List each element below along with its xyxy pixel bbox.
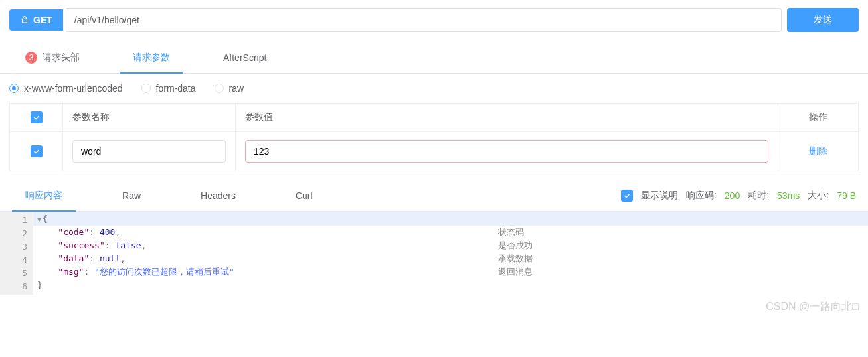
time-value: 53ms	[777, 190, 800, 201]
checkbox-checked-icon	[31, 111, 43, 123]
select-all-cell[interactable]	[10, 104, 63, 131]
tab-label: AfterScript	[223, 52, 266, 63]
checkbox-checked-icon[interactable]	[621, 190, 633, 202]
show-description-label: 显示说明	[641, 190, 678, 202]
tab-response-headers[interactable]: Headers	[187, 181, 249, 210]
time-label: 耗时:	[748, 190, 769, 202]
col-header-value: 参数值	[236, 104, 778, 131]
response-meta: 显示说明 响应码: 200 耗时: 53ms 大小: 79 B	[621, 190, 856, 202]
radio-form-data[interactable]: form-data	[141, 83, 196, 94]
param-name-input[interactable]	[72, 140, 226, 163]
size-label: 大小:	[808, 190, 829, 202]
size-value: 79 B	[837, 190, 856, 201]
radio-urlencoded[interactable]: x-www-form-urlencoded	[9, 83, 123, 94]
body-type-selector: x-www-form-urlencoded form-data raw	[0, 74, 868, 103]
send-button[interactable]: 发送	[787, 8, 859, 32]
radio-icon	[141, 84, 151, 93]
tab-label: 请求头部	[43, 52, 80, 64]
radio-label: x-www-form-urlencoded	[24, 83, 123, 94]
checkbox-checked-icon	[31, 145, 43, 157]
response-body-editor[interactable]: 1 2 3 4 5 6 ▼{ "code": 400, "success": f…	[0, 212, 868, 295]
col-header-name: 参数名称	[63, 104, 236, 131]
status-code-label: 响应码:	[686, 190, 717, 202]
tab-response-content[interactable]: 响应内容	[12, 180, 76, 211]
status-code-value: 200	[725, 190, 740, 201]
method-selector[interactable]: GET	[9, 9, 63, 31]
url-input[interactable]	[66, 8, 782, 32]
description-column: 状态码 是否成功 承载数据 返回消息	[498, 212, 533, 279]
headers-count-badge: 3	[25, 52, 37, 64]
params-table: 参数名称 参数值 操作 删除	[9, 103, 859, 171]
watermark-text: CSDN @一路向北□	[766, 300, 859, 314]
fold-icon[interactable]: ▼	[37, 216, 41, 223]
code-lines: ▼{ "code": 400, "success": false, "data"…	[33, 212, 868, 295]
table-row: 删除	[10, 132, 858, 171]
tab-request-params[interactable]: 请求参数	[120, 42, 183, 73]
response-tabs: 响应内容 Raw Headers Curl 显示说明 响应码: 200 耗时: …	[0, 180, 868, 212]
tab-request-headers[interactable]: 3 请求头部	[12, 42, 93, 73]
line-gutter: 1 2 3 4 5 6	[0, 212, 33, 295]
radio-icon	[9, 84, 19, 93]
request-bar: GET 发送	[0, 0, 868, 42]
delete-row-button[interactable]: 删除	[809, 145, 827, 157]
radio-label: raw	[229, 83, 244, 94]
tab-afterscript[interactable]: AfterScript	[210, 43, 280, 72]
method-label: GET	[33, 15, 52, 25]
radio-raw[interactable]: raw	[215, 83, 244, 94]
col-header-op: 操作	[778, 104, 858, 131]
lock-open-icon	[20, 15, 29, 25]
row-select-cell[interactable]	[10, 132, 63, 171]
radio-label: form-data	[156, 83, 196, 94]
tab-label: 请求参数	[133, 52, 170, 64]
param-value-input[interactable]	[245, 140, 768, 163]
radio-icon	[215, 84, 224, 93]
tab-response-raw[interactable]: Raw	[109, 181, 154, 210]
tab-response-curl[interactable]: Curl	[282, 181, 326, 210]
request-tabs: 3 请求头部 请求参数 AfterScript	[0, 42, 868, 74]
table-header-row: 参数名称 参数值 操作	[10, 104, 858, 132]
